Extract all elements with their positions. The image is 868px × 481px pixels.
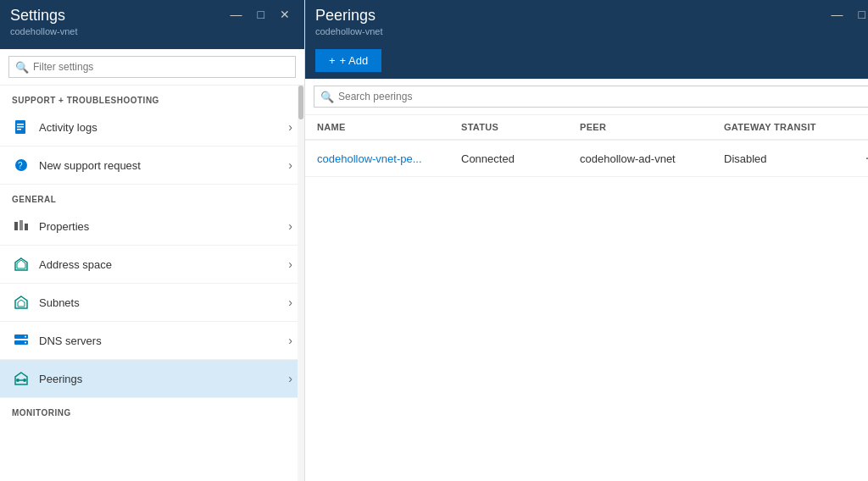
subnets-icon (12, 293, 31, 312)
settings-scroll-area: SUPPORT + TROUBLESHOOTING Activity logs … (0, 86, 304, 481)
settings-search-input[interactable] (8, 56, 296, 78)
add-label: + Add (340, 54, 369, 67)
sidebar-item-dns-servers[interactable]: DNS servers › (0, 322, 304, 360)
address-icon (12, 255, 31, 274)
sidebar-item-new-support-request[interactable]: ? New support request › (0, 147, 304, 185)
support-icon: ? (12, 156, 31, 174)
settings-search-area: 🔍 (0, 49, 304, 86)
svg-rect-3 (17, 129, 21, 130)
svg-marker-10 (17, 260, 25, 268)
peerings-minimize-button[interactable]: — (827, 7, 848, 22)
peering-more-options-button[interactable]: ··· (851, 149, 868, 168)
settings-title-area: Settings codehollow-vnet (10, 7, 78, 36)
peerings-title: Peerings (315, 7, 383, 25)
settings-title: Settings (10, 7, 78, 25)
peerings-toolbar: + + Add (305, 49, 868, 79)
svg-rect-2 (17, 126, 24, 128)
address-space-label: Address space (39, 258, 288, 271)
add-icon: + (329, 54, 336, 67)
properties-label: Properties (39, 220, 288, 233)
peerings-search-input[interactable] (314, 86, 868, 108)
peering-status: Connected (461, 152, 580, 165)
scrollbar-track[interactable] (298, 86, 304, 481)
svg-rect-6 (14, 222, 18, 230)
header-actions (851, 122, 868, 132)
table-header: NAME STATUS PEER GATEWAY TRANSIT (305, 115, 868, 141)
peerings-table: NAME STATUS PEER GATEWAY TRANSIT codehol… (305, 115, 868, 481)
settings-subtitle: codehollow-vnet (10, 26, 78, 36)
header-gateway-transit: GATEWAY TRANSIT (724, 122, 851, 132)
dns-icon (12, 331, 31, 350)
support-section-label: SUPPORT + TROUBLESHOOTING (0, 86, 304, 108)
svg-text:?: ? (18, 161, 23, 170)
peering-peer: codehollow-ad-vnet (580, 152, 724, 165)
document-icon (12, 118, 31, 136)
peerings-window-controls: — □ ✕ (827, 7, 868, 22)
activity-logs-chevron: › (288, 120, 292, 134)
peering-name[interactable]: codehollow-vnet-pe... (317, 152, 461, 165)
header-name: NAME (317, 122, 461, 132)
svg-point-18 (16, 379, 19, 382)
sidebar-item-activity-logs[interactable]: Activity logs › (0, 108, 304, 147)
svg-marker-12 (18, 300, 25, 307)
peerings-search-area: 🔍 (305, 79, 868, 115)
peerings-maximize-button[interactable]: □ (854, 7, 868, 22)
scrollbar-thumb[interactable] (298, 86, 303, 119)
peerings-nav-label: Peerings (39, 373, 288, 385)
dns-servers-label: DNS servers (39, 334, 288, 347)
svg-rect-1 (17, 124, 24, 125)
settings-window-controls: — □ ✕ (226, 7, 294, 22)
new-support-request-chevron: › (288, 158, 292, 172)
monitoring-section-label: MONITORING (0, 398, 304, 421)
header-status: STATUS (461, 122, 580, 132)
sidebar-item-subnets[interactable]: Subnets › (0, 284, 304, 322)
header-peer: PEER (580, 122, 724, 132)
settings-titlebar: Settings codehollow-vnet — □ ✕ (0, 0, 304, 49)
peerings-titlebar: Peerings codehollow-vnet — □ ✕ (305, 0, 868, 49)
peerings-title-area: Peerings codehollow-vnet (315, 7, 383, 36)
settings-minimize-button[interactable]: — (226, 7, 247, 22)
peerings-chevron: › (288, 372, 292, 385)
subnets-label: Subnets (39, 296, 288, 309)
settings-maximize-button[interactable]: □ (253, 7, 269, 22)
peering-gateway-transit: Disabled (724, 152, 851, 165)
dns-servers-chevron: › (288, 334, 292, 347)
table-row: codehollow-vnet-pe... Connected codeholl… (305, 141, 868, 177)
properties-icon (12, 217, 31, 235)
add-peering-button[interactable]: + + Add (315, 49, 381, 72)
peerings-subtitle: codehollow-vnet (315, 26, 383, 36)
svg-point-19 (23, 379, 26, 382)
peerings-icon (12, 369, 31, 388)
new-support-request-label: New support request (39, 159, 288, 172)
svg-rect-7 (19, 220, 23, 230)
sidebar-item-peerings[interactable]: Peerings › (0, 360, 304, 398)
address-space-chevron: › (288, 257, 292, 271)
sidebar-item-properties[interactable]: Properties › (0, 207, 304, 246)
peerings-panel: Peerings codehollow-vnet — □ ✕ + + Add 🔍… (305, 0, 868, 481)
general-section-label: GENERAL (0, 185, 304, 207)
subnets-chevron: › (288, 296, 292, 309)
svg-point-16 (25, 342, 26, 344)
sidebar-item-address-space[interactable]: Address space › (0, 246, 304, 284)
activity-logs-label: Activity logs (39, 121, 288, 134)
settings-close-button[interactable]: ✕ (275, 7, 294, 22)
svg-marker-17 (15, 373, 27, 384)
properties-chevron: › (288, 219, 292, 233)
settings-panel: Settings codehollow-vnet — □ ✕ 🔍 SUPPORT… (0, 0, 305, 481)
svg-rect-8 (25, 224, 28, 230)
svg-point-15 (25, 336, 26, 338)
